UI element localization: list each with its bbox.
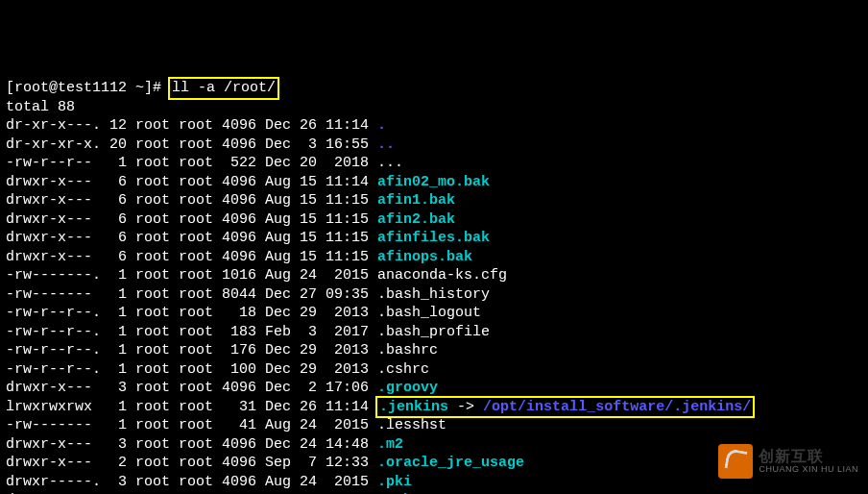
watermark-cn-text: 创新互联 (759, 448, 858, 465)
file-row: -rw-r--r--. 1 root root 183 Feb 3 2017 .… (6, 323, 862, 342)
file-row: drwxr-x--- 3 root root 4096 Dec 2 17:06 … (6, 379, 862, 398)
file-row: drwxr-x--- 6 root root 4096 Aug 15 11:15… (6, 210, 862, 230)
file-row: -rw-r--r-- 1 root root 522 Dec 20 2018 .… (6, 154, 862, 173)
file-row: drwxr-x--- 6 root root 4096 Aug 15 11:15… (6, 248, 862, 267)
file-row: drwxr-x--- 6 root root 4096 Aug 15 11:15… (6, 191, 862, 210)
file-row: -rw-r--r--. 1 root root 18 Dec 29 2013 .… (6, 304, 862, 323)
prompt-line: [root@test1112 ~]# ll -a /root/ (6, 79, 862, 98)
file-row: -rw-r--r--. 1 root root 176 Dec 29 2013 … (6, 341, 862, 360)
symlink-highlight: .jenkins -> /opt/install_software/.jenki… (377, 398, 753, 417)
file-row: lrwxrwxrwx 1 root root 31 Dec 26 11:14 .… (6, 398, 862, 417)
watermark-icon (718, 444, 753, 479)
file-row: -rw------- 1 root root 41 Aug 24 2015 .l… (6, 416, 862, 435)
file-row: drwxr-x--- 6 root root 4096 Aug 15 11:14… (6, 173, 862, 192)
file-row: -rw-------. 1 root root 1016 Aug 24 2015… (6, 266, 862, 285)
watermark-logo: 创新互联 CHUANG XIN HU LIAN (718, 444, 858, 479)
file-row: -rw------- 1 root root 8044 Dec 27 09:35… (6, 285, 862, 305)
file-row: -rw-r--r--. 1 root root 100 Dec 29 2013 … (6, 360, 862, 380)
file-row: dr-xr-xr-x. 20 root root 4096 Dec 3 16:5… (6, 136, 862, 155)
shell-prompt: [root@test1112 ~]# (6, 80, 170, 96)
total-line: total 88 (6, 98, 862, 117)
command-highlight[interactable]: ll -a /root/ (170, 79, 277, 98)
terminal-output: [root@test1112 ~]# ll -a /root/total 88d… (6, 79, 862, 494)
file-row: drwxr-x--- 6 root root 4096 Aug 15 11:15… (6, 229, 862, 248)
file-row: dr-xr-x---. 12 root root 4096 Dec 26 11:… (6, 116, 862, 136)
watermark-en-text: CHUANG XIN HU LIAN (759, 465, 858, 475)
